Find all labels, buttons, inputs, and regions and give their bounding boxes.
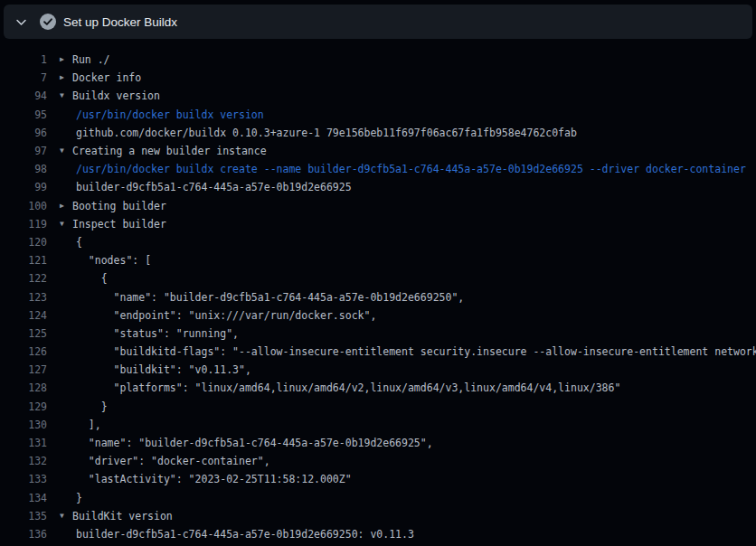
log-text: { xyxy=(76,236,82,249)
log-line: 99builder-d9cfb5a1-c764-445a-a57e-0b19d2… xyxy=(0,178,756,196)
line-number-link[interactable]: 134 xyxy=(0,492,47,504)
chevron-down-icon[interactable] xyxy=(15,16,27,28)
group-title[interactable]: Creating a new builder instance xyxy=(72,145,267,157)
log-line-content: ▼Inspect builder xyxy=(47,218,756,231)
log-line-content: "buildkit": "v0.11.3", xyxy=(47,363,756,376)
line-number-link[interactable]: 1 xyxy=(0,53,47,66)
group-title[interactable]: Inspect builder xyxy=(72,218,166,231)
log-line: 127 "buildkit": "v0.11.3", xyxy=(0,361,756,379)
line-number-link[interactable]: 94 xyxy=(0,89,47,102)
log-line: 134} xyxy=(0,489,756,507)
line-number-link[interactable]: 122 xyxy=(0,272,47,285)
log-text: "name": "builder-d9cfb5a1-c764-445a-a57e… xyxy=(76,291,464,304)
log-text: "name": "builder-d9cfb5a1-c764-445a-a57e… xyxy=(76,437,433,449)
line-number-link[interactable]: 7 xyxy=(0,71,47,84)
log-line-content: ▶Docker info xyxy=(47,71,756,84)
group-title[interactable]: Docker info xyxy=(72,71,141,84)
group-collapsed-triangle-icon[interactable]: ▶ xyxy=(60,74,72,81)
log-line-content: builder-d9cfb5a1-c764-445a-a57e-0b19d2e6… xyxy=(47,528,756,541)
line-number-link[interactable]: 131 xyxy=(0,437,47,449)
line-number-link[interactable]: 126 xyxy=(0,345,47,358)
line-number-link[interactable]: 96 xyxy=(0,127,47,139)
log-text: /usr/bin/docker buildx create --name bui… xyxy=(76,163,746,175)
group-title[interactable]: Booting builder xyxy=(72,200,166,212)
line-number-link[interactable]: 119 xyxy=(0,218,47,231)
log-output: 1▶Run ./7▶Docker info94▼Buildx version95… xyxy=(0,39,756,546)
log-line-content: "endpoint": "unix:///var/run/docker.sock… xyxy=(47,309,756,322)
log-line-content: "name": "builder-d9cfb5a1-c764-445a-a57e… xyxy=(47,291,756,304)
log-line: 126 "buildkitd-flags": "--allow-insecure… xyxy=(0,343,756,361)
line-number-link[interactable]: 129 xyxy=(0,400,47,413)
line-number-link[interactable]: 120 xyxy=(0,236,47,249)
log-line: 100▶Booting builder xyxy=(0,197,756,215)
check-circle-icon xyxy=(40,14,56,30)
log-text: "driver": "docker-container", xyxy=(76,455,270,467)
line-number-link[interactable]: 125 xyxy=(0,327,47,340)
line-number-link[interactable]: 127 xyxy=(0,363,47,376)
log-text: { xyxy=(76,272,108,285)
line-number-link[interactable]: 97 xyxy=(0,145,47,157)
log-line-content: ▶Run ./ xyxy=(47,53,756,66)
log-line: 1▶Run ./ xyxy=(0,51,756,69)
group-title[interactable]: BuildKit version xyxy=(72,510,173,522)
log-line-content: ▼Buildx version xyxy=(47,89,756,102)
log-line: 133 "lastActivity": "2023-02-25T11:58:12… xyxy=(0,470,756,488)
log-text: "nodes": [ xyxy=(76,254,151,267)
log-line-content: "platforms": "linux/amd64,linux/amd64/v2… xyxy=(47,381,756,394)
group-expanded-triangle-icon[interactable]: ▼ xyxy=(60,147,72,155)
group-expanded-triangle-icon[interactable]: ▼ xyxy=(60,221,72,228)
log-line: 121 "nodes": [ xyxy=(0,251,756,269)
log-line: 136builder-d9cfb5a1-c764-445a-a57e-0b19d… xyxy=(0,525,756,543)
log-text: "endpoint": "unix:///var/run/docker.sock… xyxy=(76,309,376,322)
group-title[interactable]: Run ./ xyxy=(72,53,110,66)
log-line: 124 "endpoint": "unix:///var/run/docker.… xyxy=(0,306,756,325)
log-line: 132 "driver": "docker-container", xyxy=(0,452,756,470)
log-text: } xyxy=(76,400,108,413)
group-title[interactable]: Buildx version xyxy=(72,89,160,102)
log-line-content: ▼BuildKit version xyxy=(47,510,756,522)
log-text: builder-d9cfb5a1-c764-445a-a57e-0b19d2e6… xyxy=(76,528,414,541)
line-number-link[interactable]: 135 xyxy=(0,510,47,522)
group-collapsed-triangle-icon[interactable]: ▶ xyxy=(60,56,72,63)
log-line-content: ▶Booting builder xyxy=(47,200,756,212)
log-text: ], xyxy=(76,419,101,431)
group-expanded-triangle-icon[interactable]: ▼ xyxy=(60,513,72,520)
log-text: builder-d9cfb5a1-c764-445a-a57e-0b19d2e6… xyxy=(76,181,352,193)
line-number-link[interactable]: 121 xyxy=(0,254,47,267)
log-line-content: ], xyxy=(47,419,756,431)
log-line: 123 "name": "builder-d9cfb5a1-c764-445a-… xyxy=(0,287,756,306)
log-line: 98/usr/bin/docker buildx create --name b… xyxy=(0,160,756,178)
line-number-link[interactable]: 128 xyxy=(0,381,47,394)
log-line: 129 } xyxy=(0,398,756,416)
group-collapsed-triangle-icon[interactable]: ▶ xyxy=(60,202,72,210)
line-number-link[interactable]: 132 xyxy=(0,455,47,467)
line-number-link[interactable]: 100 xyxy=(0,200,47,212)
log-line: 122 { xyxy=(0,269,756,287)
log-line: 131 "name": "builder-d9cfb5a1-c764-445a-… xyxy=(0,434,756,452)
line-number-link[interactable]: 95 xyxy=(0,108,47,121)
line-number-link[interactable]: 133 xyxy=(0,473,47,485)
log-text: /usr/bin/docker buildx version xyxy=(76,108,264,121)
log-line: 97▼Creating a new builder instance xyxy=(0,142,756,160)
log-line-content: /usr/bin/docker buildx version xyxy=(47,108,756,121)
log-line: 95/usr/bin/docker buildx version xyxy=(0,106,756,124)
group-expanded-triangle-icon[interactable]: ▼ xyxy=(60,92,72,99)
line-number-link[interactable]: 98 xyxy=(0,163,47,175)
line-number-link[interactable]: 99 xyxy=(0,181,47,193)
log-line-content: ▼Creating a new builder instance xyxy=(47,145,756,157)
log-line-content: "nodes": [ xyxy=(47,254,756,267)
log-line-content: "driver": "docker-container", xyxy=(47,455,756,467)
step-header[interactable]: Set up Docker Buildx xyxy=(4,5,752,39)
log-text: } xyxy=(76,492,82,504)
log-line-content: github.com/docker/buildx 0.10.3+azure-1 … xyxy=(47,127,756,139)
log-line-content: { xyxy=(47,236,756,249)
line-number-link[interactable]: 130 xyxy=(0,419,47,431)
log-line: 125 "status": "running", xyxy=(0,325,756,343)
line-number-link[interactable]: 123 xyxy=(0,291,47,304)
log-text: "platforms": "linux/amd64,linux/amd64/v2… xyxy=(76,381,620,394)
line-number-link[interactable]: 136 xyxy=(0,528,47,541)
log-line-content: /usr/bin/docker buildx create --name bui… xyxy=(47,163,756,175)
line-number-link[interactable]: 124 xyxy=(0,309,47,322)
log-line-content: "lastActivity": "2023-02-25T11:58:12.000… xyxy=(47,473,756,485)
log-line-content: "name": "builder-d9cfb5a1-c764-445a-a57e… xyxy=(47,437,756,449)
